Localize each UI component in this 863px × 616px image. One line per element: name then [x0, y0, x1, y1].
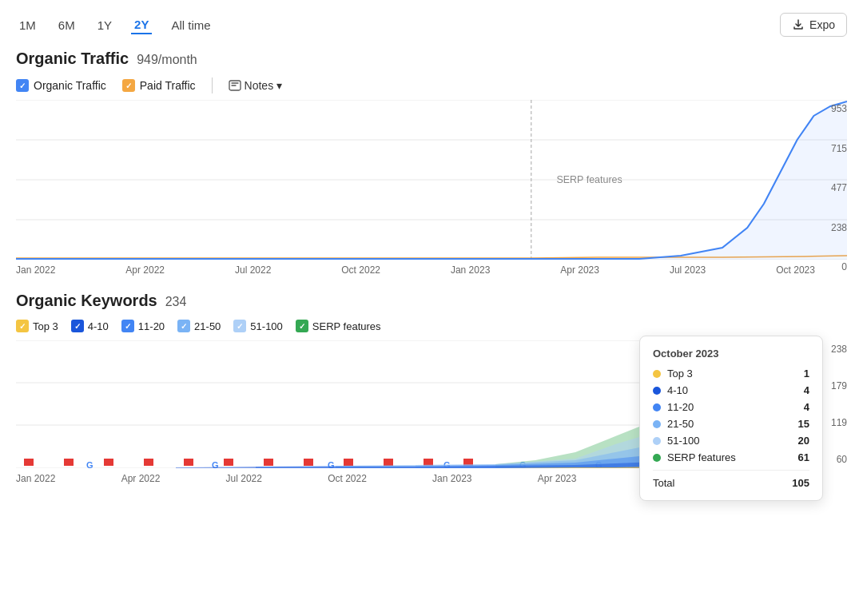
paid-checkbox[interactable]: ✓ [122, 79, 135, 92]
filter-2y[interactable]: 2Y [131, 16, 152, 34]
export-icon [792, 18, 805, 31]
svg-rect-16 [144, 459, 153, 466]
kw-x-jan22: Jan 2022 [16, 473, 55, 484]
kw-21-50-checkbox[interactable]: ✓ [177, 320, 190, 332]
notes-button[interactable]: Notes ▾ [229, 79, 283, 92]
kw-51-100[interactable]: ✓ 51-100 [233, 320, 282, 332]
x-label-apr22: Apr 2022 [125, 264, 165, 276]
tooltip: October 2023 Top 3 1 4-10 4 11-20 4 21-5… [639, 336, 823, 501]
kw-x-jan23: Jan 2023 [432, 473, 471, 484]
y-label-0: 0 [815, 261, 847, 272]
svg-marker-8 [16, 101, 847, 260]
svg-rect-13 [24, 459, 34, 466]
y-label-953: 953 [815, 103, 847, 114]
tooltip-title: October 2023 [653, 348, 809, 360]
kw-top3-checkbox[interactable]: ✓ [16, 320, 29, 332]
traffic-legend: ✓ Organic Traffic ✓ Paid Traffic Notes ▾ [16, 77, 847, 93]
tooltip-dot-51-100 [653, 437, 661, 445]
y-label-477: 477 [815, 182, 847, 193]
organic-traffic-title: Organic Traffic 949/month [16, 50, 847, 68]
kw-11-20[interactable]: ✓ 11-20 [121, 320, 165, 332]
tooltip-total: Total 105 [653, 477, 809, 489]
y-label-238: 238 [815, 222, 847, 233]
organic-traffic-value: 949/month [137, 53, 197, 67]
kw-x-apr22: Apr 2022 [121, 473, 161, 484]
kw-x-apr23: Apr 2023 [538, 473, 577, 484]
tooltip-total-label: Total [653, 477, 674, 489]
filter-6m[interactable]: 6M [55, 17, 78, 34]
notes-icon [229, 80, 241, 91]
tooltip-dot-top3 [653, 370, 661, 378]
svg-rect-22 [384, 459, 393, 466]
keywords-value: 234 [165, 295, 187, 309]
traffic-chart: SERP features [16, 100, 847, 260]
kw-11-20-checkbox[interactable]: ✓ [121, 320, 134, 332]
notes-chevron: ▾ [276, 79, 282, 92]
kw-serp[interactable]: ✓ SERP features [296, 320, 381, 332]
tooltip-row-21-50: 21-50 15 [653, 418, 809, 430]
tooltip-dot-serp [653, 454, 661, 462]
x-label-jul23: Jul 2023 [670, 264, 706, 276]
organic-keywords-title: Organic Keywords 234 [16, 292, 847, 310]
svg-text:SERP features: SERP features [556, 174, 622, 185]
x-label-jan23: Jan 2023 [451, 264, 490, 276]
x-label-jul22: Jul 2022 [235, 264, 271, 276]
chart-x-labels: Jan 2022 Apr 2022 Jul 2022 Oct 2022 Jan … [16, 260, 847, 276]
svg-rect-23 [424, 459, 433, 466]
kw-x-jul22: Jul 2022 [226, 473, 262, 484]
filter-all-time[interactable]: All time [168, 17, 213, 34]
tooltip-row-4-10: 4-10 4 [653, 384, 809, 396]
svg-rect-20 [304, 459, 313, 466]
tooltip-total-value: 105 [792, 477, 809, 489]
y-label-715: 715 [815, 143, 847, 154]
filter-1y[interactable]: 1Y [94, 17, 115, 34]
time-filter-bar: 1M 6M 1Y 2Y All time Expo [16, 13, 847, 37]
tooltip-divider [653, 470, 809, 471]
x-label-oct22: Oct 2022 [341, 264, 380, 276]
traffic-chart-svg: SERP features [16, 100, 847, 260]
tooltip-row-top3: Top 3 1 [653, 368, 809, 380]
kw-legend: ✓ Top 3 ✓ 4-10 ✓ 11-20 ✓ 21-50 ✓ 51-100 … [16, 320, 847, 332]
svg-rect-19 [264, 459, 273, 466]
svg-rect-18 [224, 459, 233, 466]
svg-rect-21 [344, 459, 353, 466]
svg-rect-15 [104, 459, 113, 466]
kw-4-10-checkbox[interactable]: ✓ [71, 320, 84, 332]
notes-label: Notes [245, 79, 274, 92]
tooltip-row-51-100: 51-100 20 [653, 435, 809, 447]
paid-legend-item[interactable]: ✓ Paid Traffic [122, 79, 196, 92]
tooltip-dot-4-10 [653, 387, 661, 395]
kw-4-10[interactable]: ✓ 4-10 [71, 320, 109, 332]
x-label-oct23: Oct 2023 [776, 264, 815, 276]
svg-rect-17 [184, 459, 193, 466]
kw-x-oct22: Oct 2022 [328, 473, 367, 484]
kw-serp-checkbox[interactable]: ✓ [296, 320, 308, 332]
kw-21-50[interactable]: ✓ 21-50 [177, 320, 221, 332]
traffic-chart-wrapper: SERP features Jan 2022 Apr 2022 Jul 2022… [16, 100, 847, 276]
kw-51-100-checkbox[interactable]: ✓ [233, 320, 246, 332]
svg-text:G: G [86, 460, 93, 468]
x-label-apr23: Apr 2023 [560, 264, 599, 276]
svg-rect-14 [64, 459, 74, 466]
export-button[interactable]: Expo [780, 13, 847, 37]
keywords-label: Organic Keywords [16, 292, 157, 310]
tooltip-dot-21-50 [653, 420, 661, 428]
filter-1m[interactable]: 1M [16, 17, 39, 34]
organic-legend-label: Organic Traffic [34, 79, 106, 92]
x-label-jan22: Jan 2022 [16, 264, 55, 276]
organic-traffic-label: Organic Traffic [16, 50, 129, 68]
organic-checkbox[interactable]: ✓ [16, 79, 29, 92]
paid-legend-label: Paid Traffic [140, 79, 196, 92]
tooltip-dot-11-20 [653, 403, 661, 411]
kw-top3[interactable]: ✓ Top 3 [16, 320, 58, 332]
organic-legend-item[interactable]: ✓ Organic Traffic [16, 79, 106, 92]
tooltip-row-serp: SERP features 61 [653, 451, 809, 463]
tooltip-row-11-20: 11-20 4 [653, 401, 809, 413]
legend-divider [212, 77, 213, 93]
chart-y-labels: 953 715 477 238 0 [815, 100, 847, 276]
